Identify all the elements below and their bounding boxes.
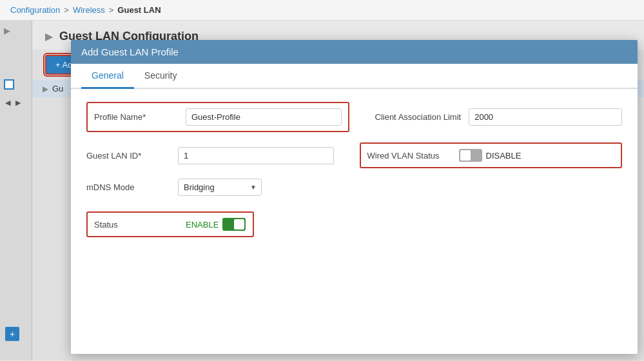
status-label-text: ENABLE — [186, 220, 219, 229]
wired-vlan-group: Wired VLAN Status DISABLE — [360, 142, 623, 168]
toggle-thumb — [460, 150, 471, 161]
status-toggle-group[interactable]: ENABLE — [186, 218, 246, 231]
status-label: Status — [94, 220, 178, 229]
expand-icon[interactable]: ▶ — [4, 26, 28, 35]
guest-lan-id-label: Guest LAN ID* — [86, 151, 170, 161]
breadcrumb-wireless[interactable]: Wireless — [73, 5, 105, 15]
left-sidebar: ▶ ◀ ▶ + — [0, 21, 32, 360]
mdns-mode-group: mDNS Mode Bridging Proxy Disabled ▼ — [86, 179, 342, 196]
guest-lan-id-input[interactable] — [178, 147, 334, 164]
modal-title: Add Guest LAN Profile — [81, 46, 179, 57]
status-group: Status ENABLE — [86, 211, 254, 237]
nav-forward-arrow[interactable]: ▶ — [14, 97, 22, 108]
client-assoc-input[interactable] — [469, 108, 622, 126]
tab-general[interactable]: General — [81, 64, 134, 89]
wired-vlan-toggle-group[interactable]: DISABLE — [459, 149, 522, 162]
modal-tabs: General Security — [71, 64, 638, 89]
gu-expand-arrow[interactable]: ▶ — [43, 84, 48, 93]
wired-vlan-label: Wired VLAN Status — [367, 151, 451, 161]
wired-vlan-status-label: DISABLE — [486, 151, 522, 161]
mdns-mode-label: mDNS Mode — [86, 182, 170, 192]
section-expand-arrow[interactable]: ▶ — [45, 30, 53, 43]
profile-name-label: Profile Name* — [94, 112, 178, 122]
breadcrumb-sep2: > — [109, 5, 114, 15]
main-content: ▶ Guest LAN Configuration + Add ✕ Delete… — [32, 21, 644, 360]
gu-label: Gu — [52, 84, 63, 93]
breadcrumb: Configuration > Wireless > Guest LAN — [0, 0, 644, 21]
sidebar-checkbox[interactable] — [4, 79, 14, 90]
wired-vlan-toggle[interactable] — [459, 149, 482, 162]
modal-header: Add Guest LAN Profile — [71, 40, 638, 64]
mdns-mode-select[interactable]: Bridging Proxy Disabled — [178, 179, 262, 196]
profile-name-input[interactable] — [186, 108, 342, 126]
breadcrumb-sep1: > — [64, 5, 69, 15]
guest-lan-id-group: Guest LAN ID* — [86, 147, 334, 164]
client-assoc-group: Client Association Limit — [375, 108, 623, 126]
mdns-mode-select-wrapper: Bridging Proxy Disabled ▼ — [178, 179, 262, 196]
profile-name-group: Profile Name* — [86, 102, 349, 132]
breadcrumb-current: Guest LAN — [117, 5, 161, 15]
sidebar-plus-button[interactable]: + — [5, 327, 19, 341]
status-toggle-thumb — [234, 219, 244, 229]
add-guest-lan-modal: Add Guest LAN Profile General Security P… — [71, 40, 638, 354]
form-content: Profile Name* Client Association Limit G… — [71, 89, 638, 250]
client-assoc-label: Client Association Limit — [375, 112, 462, 122]
tab-security[interactable]: Security — [134, 64, 188, 89]
status-toggle[interactable] — [222, 218, 246, 231]
nav-back-arrow[interactable]: ◀ — [4, 97, 12, 108]
breadcrumb-configuration[interactable]: Configuration — [10, 5, 60, 15]
